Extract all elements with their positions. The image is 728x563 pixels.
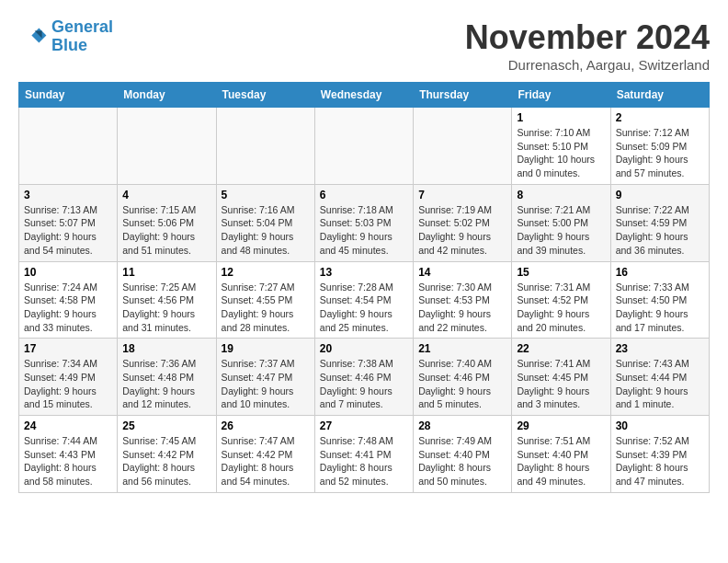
day-number: 1 <box>517 111 605 124</box>
location-subtitle: Durrenasch, Aargau, Switzerland <box>465 57 710 73</box>
calendar-cell: 7Sunrise: 7:19 AM Sunset: 5:02 PM Daylig… <box>414 184 512 261</box>
day-number: 23 <box>616 342 704 355</box>
weekday-header-saturday: Saturday <box>610 83 709 108</box>
weekday-header-wednesday: Wednesday <box>314 83 413 108</box>
logo-icon <box>18 22 48 52</box>
calendar-cell: 27Sunrise: 7:48 AM Sunset: 4:41 PM Dayli… <box>314 416 413 493</box>
calendar-cell <box>19 108 118 185</box>
day-detail: Sunrise: 7:38 AM Sunset: 4:46 PM Dayligh… <box>320 357 408 411</box>
calendar-cell <box>314 108 413 185</box>
day-detail: Sunrise: 7:12 AM Sunset: 5:09 PM Dayligh… <box>616 126 704 180</box>
calendar-cell: 4Sunrise: 7:15 AM Sunset: 5:06 PM Daylig… <box>118 184 216 261</box>
day-number: 12 <box>222 266 310 279</box>
calendar-cell: 8Sunrise: 7:21 AM Sunset: 5:00 PM Daylig… <box>512 184 610 261</box>
calendar-cell: 26Sunrise: 7:47 AM Sunset: 4:42 PM Dayli… <box>216 416 314 493</box>
day-detail: Sunrise: 7:48 AM Sunset: 4:41 PM Dayligh… <box>320 434 408 488</box>
calendar-cell: 22Sunrise: 7:41 AM Sunset: 4:45 PM Dayli… <box>512 339 610 416</box>
day-detail: Sunrise: 7:21 AM Sunset: 5:00 PM Dayligh… <box>517 203 605 258</box>
calendar-cell: 6Sunrise: 7:18 AM Sunset: 5:03 PM Daylig… <box>314 184 413 261</box>
calendar-cell: 20Sunrise: 7:38 AM Sunset: 4:46 PM Dayli… <box>314 339 413 416</box>
day-detail: Sunrise: 7:52 AM Sunset: 4:39 PM Dayligh… <box>616 434 704 488</box>
calendar-week-2: 3Sunrise: 7:13 AM Sunset: 5:07 PM Daylig… <box>19 184 710 261</box>
day-detail: Sunrise: 7:34 AM Sunset: 4:49 PM Dayligh… <box>24 357 112 411</box>
day-number: 14 <box>418 266 506 279</box>
day-number: 20 <box>320 342 408 355</box>
day-number: 29 <box>517 419 605 432</box>
day-detail: Sunrise: 7:31 AM Sunset: 4:52 PM Dayligh… <box>517 281 605 335</box>
day-detail: Sunrise: 7:51 AM Sunset: 4:40 PM Dayligh… <box>517 434 605 488</box>
day-detail: Sunrise: 7:44 AM Sunset: 4:43 PM Dayligh… <box>24 434 112 488</box>
day-number: 11 <box>122 266 210 279</box>
calendar-cell: 12Sunrise: 7:27 AM Sunset: 4:55 PM Dayli… <box>216 261 314 339</box>
calendar-week-4: 17Sunrise: 7:34 AM Sunset: 4:49 PM Dayli… <box>19 339 710 416</box>
calendar-cell: 10Sunrise: 7:24 AM Sunset: 4:58 PM Dayli… <box>19 261 118 339</box>
calendar-cell: 5Sunrise: 7:16 AM Sunset: 5:04 PM Daylig… <box>216 184 314 261</box>
month-year-title: November 2024 <box>465 18 710 57</box>
weekday-header-friday: Friday <box>512 83 610 108</box>
day-detail: Sunrise: 7:13 AM Sunset: 5:07 PM Dayligh… <box>24 203 112 258</box>
day-number: 8 <box>517 189 605 201</box>
day-detail: Sunrise: 7:36 AM Sunset: 4:48 PM Dayligh… <box>122 357 210 411</box>
calendar-cell: 3Sunrise: 7:13 AM Sunset: 5:07 PM Daylig… <box>19 184 118 261</box>
calendar-cell: 29Sunrise: 7:51 AM Sunset: 4:40 PM Dayli… <box>512 416 610 493</box>
day-number: 9 <box>616 189 704 201</box>
day-detail: Sunrise: 7:41 AM Sunset: 4:45 PM Dayligh… <box>517 357 605 411</box>
day-number: 4 <box>122 189 210 201</box>
calendar-cell: 16Sunrise: 7:33 AM Sunset: 4:50 PM Dayli… <box>610 261 709 339</box>
calendar-cell: 30Sunrise: 7:52 AM Sunset: 4:39 PM Dayli… <box>610 416 709 493</box>
calendar-cell: 1Sunrise: 7:10 AM Sunset: 5:10 PM Daylig… <box>512 108 610 185</box>
calendar-cell: 23Sunrise: 7:43 AM Sunset: 4:44 PM Dayli… <box>610 339 709 416</box>
calendar-week-1: 1Sunrise: 7:10 AM Sunset: 5:10 PM Daylig… <box>19 108 710 185</box>
day-number: 21 <box>418 342 506 355</box>
calendar-cell: 19Sunrise: 7:37 AM Sunset: 4:47 PM Dayli… <box>216 339 314 416</box>
weekday-header-thursday: Thursday <box>414 83 512 108</box>
day-number: 15 <box>517 266 605 279</box>
day-detail: Sunrise: 7:40 AM Sunset: 4:46 PM Dayligh… <box>418 357 506 411</box>
calendar-cell <box>118 108 216 185</box>
day-number: 7 <box>418 189 506 201</box>
calendar-cell: 13Sunrise: 7:28 AM Sunset: 4:54 PM Dayli… <box>314 261 413 339</box>
calendar-cell: 21Sunrise: 7:40 AM Sunset: 4:46 PM Dayli… <box>414 339 512 416</box>
day-detail: Sunrise: 7:18 AM Sunset: 5:03 PM Dayligh… <box>320 203 408 258</box>
calendar-cell <box>216 108 314 185</box>
day-number: 5 <box>222 189 310 201</box>
weekday-header-sunday: Sunday <box>19 83 118 108</box>
calendar-cell: 2Sunrise: 7:12 AM Sunset: 5:09 PM Daylig… <box>610 108 709 185</box>
day-number: 30 <box>616 419 704 432</box>
day-detail: Sunrise: 7:25 AM Sunset: 4:56 PM Dayligh… <box>122 281 210 335</box>
calendar-week-3: 10Sunrise: 7:24 AM Sunset: 4:58 PM Dayli… <box>19 261 710 339</box>
title-block: November 2024 Durrenasch, Aargau, Switze… <box>465 18 710 73</box>
day-number: 16 <box>616 266 704 279</box>
day-number: 10 <box>24 266 112 279</box>
calendar-cell: 28Sunrise: 7:49 AM Sunset: 4:40 PM Dayli… <box>414 416 512 493</box>
page-header: General Blue November 2024 Durrenasch, A… <box>18 18 710 73</box>
day-detail: Sunrise: 7:28 AM Sunset: 4:54 PM Dayligh… <box>320 281 408 335</box>
weekday-header-tuesday: Tuesday <box>216 83 314 108</box>
calendar-cell: 25Sunrise: 7:45 AM Sunset: 4:42 PM Dayli… <box>118 416 216 493</box>
day-number: 6 <box>320 189 408 201</box>
day-number: 26 <box>222 419 310 432</box>
day-number: 2 <box>616 111 704 124</box>
day-detail: Sunrise: 7:45 AM Sunset: 4:42 PM Dayligh… <box>122 434 210 488</box>
calendar-cell: 15Sunrise: 7:31 AM Sunset: 4:52 PM Dayli… <box>512 261 610 339</box>
day-detail: Sunrise: 7:33 AM Sunset: 4:50 PM Dayligh… <box>616 281 704 335</box>
day-number: 3 <box>24 189 112 201</box>
day-detail: Sunrise: 7:47 AM Sunset: 4:42 PM Dayligh… <box>222 434 310 488</box>
day-detail: Sunrise: 7:22 AM Sunset: 4:59 PM Dayligh… <box>616 203 704 258</box>
day-detail: Sunrise: 7:30 AM Sunset: 4:53 PM Dayligh… <box>418 281 506 335</box>
day-number: 27 <box>320 419 408 432</box>
calendar-body: 1Sunrise: 7:10 AM Sunset: 5:10 PM Daylig… <box>19 108 710 493</box>
day-detail: Sunrise: 7:10 AM Sunset: 5:10 PM Dayligh… <box>517 126 605 180</box>
calendar-cell: 17Sunrise: 7:34 AM Sunset: 4:49 PM Dayli… <box>19 339 118 416</box>
day-number: 13 <box>320 266 408 279</box>
weekday-header-row: SundayMondayTuesdayWednesdayThursdayFrid… <box>19 83 710 108</box>
calendar-cell: 24Sunrise: 7:44 AM Sunset: 4:43 PM Dayli… <box>19 416 118 493</box>
day-detail: Sunrise: 7:43 AM Sunset: 4:44 PM Dayligh… <box>616 357 704 411</box>
day-number: 28 <box>418 419 506 432</box>
day-number: 24 <box>24 419 112 432</box>
logo-line1: General <box>51 17 113 36</box>
day-number: 18 <box>122 342 210 355</box>
logo: General Blue <box>18 18 113 55</box>
calendar-cell <box>414 108 512 185</box>
day-detail: Sunrise: 7:49 AM Sunset: 4:40 PM Dayligh… <box>418 434 506 488</box>
